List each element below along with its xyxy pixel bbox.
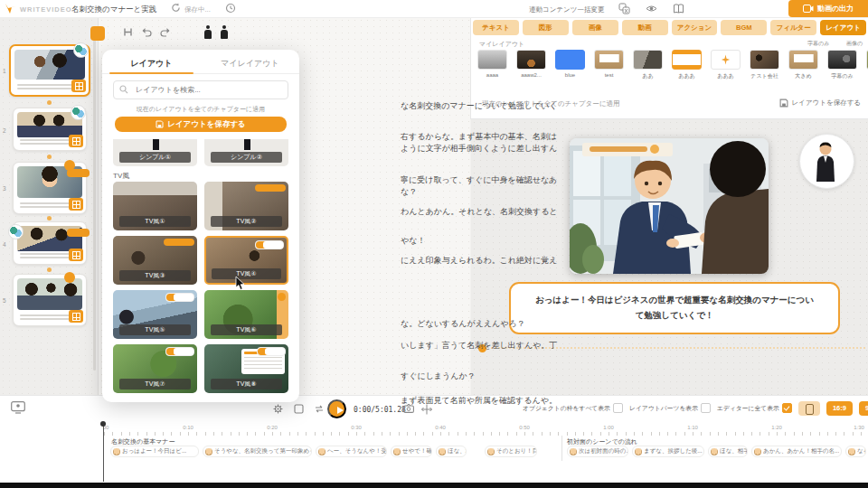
guide-book-icon[interactable]: [673, 3, 684, 14]
undo-icon[interactable]: [141, 27, 152, 37]
subtitle-segment[interactable]: へー、そうなんや！受け取るときも両...: [316, 446, 387, 457]
scene-thumbnail[interactable]: [13, 221, 87, 265]
layout-thumbnail-tv[interactable]: TV風⑥: [204, 290, 288, 339]
scene-thumbnail[interactable]: [13, 162, 87, 214]
subtitle-segment[interactable]: あかん、あかん！相手の名...: [751, 446, 842, 457]
frame-icon[interactable]: [294, 404, 305, 415]
checkbox[interactable]: [613, 403, 623, 413]
subtitle-segment[interactable]: ほな、相手...: [708, 446, 748, 457]
portrait-preview-button[interactable]: [798, 401, 820, 416]
project-title[interactable]: 名刺交換のマナーと実践: [71, 5, 156, 15]
subtitle-segment[interactable]: そのとおり！目見て笑...: [485, 446, 537, 457]
scene-thumbnail[interactable]: [13, 274, 87, 326]
scene-thumbnail[interactable]: [9, 44, 90, 97]
asset-tab[interactable]: アクション: [672, 20, 718, 35]
subtitle-segment[interactable]: おっはよー！今日はビ...: [110, 446, 199, 457]
layout-thumbnail-tv[interactable]: TV風④: [204, 236, 288, 285]
scene-card[interactable]: 4: [0, 221, 98, 265]
my-layout-thumbnail[interactable]: テスト会社: [750, 50, 779, 80]
scene-layout-button[interactable]: [69, 198, 83, 211]
visibility-icon[interactable]: [646, 3, 657, 14]
video-preview[interactable]: [570, 138, 769, 274]
layout-thumbnail-simple[interactable]: シンプル②: [204, 139, 288, 166]
asset-tab[interactable]: テキスト: [473, 20, 519, 35]
asset-tab[interactable]: フィルター: [770, 20, 816, 35]
script-line[interactable]: 寧に受け取って、すぐに中身を確認せなあ: [401, 174, 557, 186]
subtitle-box[interactable]: おっはよー！今日はビジネスの世界で超重要な名刺交換のマナーについて勉強していくで…: [509, 282, 840, 334]
layout-thumbnail-tv[interactable]: TV風⑤: [113, 290, 197, 339]
my-layout-thumbnail[interactable]: ああ: [633, 50, 663, 80]
scene-layout-button[interactable]: [71, 80, 86, 92]
add-scene-dot[interactable]: [47, 216, 52, 221]
scene-card[interactable]: 1: [0, 44, 98, 97]
layout-thumbnail-tv[interactable]: TV風⑦: [113, 344, 197, 393]
aspect-ratio-button[interactable]: 16:9: [826, 401, 853, 416]
my-layout-thumbnail[interactable]: test: [594, 50, 624, 80]
script-line[interactable]: いします」言うて名刺を差し出すんや。丁: [401, 340, 557, 352]
scene-thumbnail[interactable]: [13, 108, 87, 151]
playhead[interactable]: [103, 424, 104, 482]
my-layout-thumbnail[interactable]: aaaa: [477, 50, 507, 80]
script-line[interactable]: な？: [401, 186, 417, 198]
my-layout-thumbnail[interactable]: aaaw2...: [516, 50, 546, 80]
display-toggle-icon[interactable]: [11, 401, 22, 412]
timeline-ruler[interactable]: [104, 432, 864, 436]
checkbox[interactable]: [782, 403, 792, 413]
script-line[interactable]: すぐにしまうんか？: [401, 371, 476, 382]
my-layout-thumbnail[interactable]: あああ: [672, 50, 702, 80]
sidebar-scrollbar[interactable]: [93, 27, 96, 371]
subtitle-segment[interactable]: まずな、挨拶した後...: [632, 446, 704, 457]
subtitle-segment[interactable]: なる...: [845, 446, 866, 457]
settings-gear-icon[interactable]: [273, 404, 284, 415]
add-button[interactable]: [90, 26, 105, 41]
script-line[interactable]: まず表面見て名前や所属を確認するんや。: [401, 395, 557, 407]
heading-tool-icon[interactable]: [123, 27, 133, 37]
my-layout-thumbnail[interactable]: あああ: [711, 50, 741, 80]
script-line[interactable]: やな！: [401, 235, 425, 247]
scene-layout-button[interactable]: [69, 135, 83, 147]
asset-tab[interactable]: 図形: [523, 20, 569, 35]
apply-all-chapters-label[interactable]: 現在のレイアウトを全てのチャプターに適用: [102, 105, 299, 114]
script-line[interactable]: わんとあかん。それとな、名刺交換すると: [401, 206, 558, 218]
asset-tab[interactable]: 画像: [572, 20, 618, 35]
subtitle-segment[interactable]: ほな、相...: [436, 446, 467, 457]
display-toggle[interactable]: エディターに全て表示: [717, 403, 792, 413]
checkbox[interactable]: [701, 403, 711, 413]
subtitle-segment[interactable]: せやで！確認したらちゃ...: [391, 446, 432, 457]
bulk-change-label[interactable]: 連動コンテンツ一括変更: [529, 5, 604, 14]
history-icon[interactable]: [225, 3, 237, 14]
presenter-avatar[interactable]: [799, 134, 854, 189]
subtitle-segment[interactable]: そうやな、名刺交換って第一印象めっ...: [203, 446, 312, 457]
display-toggle[interactable]: レイアウトパーツを表示: [629, 403, 711, 413]
my-layout-thumbnail[interactable]: 大きめ: [788, 50, 818, 80]
scene-layout-button[interactable]: [69, 310, 83, 323]
character-2-icon[interactable]: [220, 25, 228, 39]
script-line[interactable]: ように文字が相手側向くように差し出すん: [401, 143, 557, 155]
export-video-button[interactable]: 動画の出力: [788, 0, 868, 17]
layout-search[interactable]: [113, 80, 288, 99]
layout-thumbnail-tv[interactable]: TV風③: [113, 236, 197, 285]
layout-thumbnail-tv[interactable]: TV風⑧: [204, 344, 288, 393]
scene-card[interactable]: 5: [0, 274, 98, 326]
scene-card[interactable]: 3: [0, 162, 98, 214]
layout-search-input[interactable]: [134, 82, 282, 98]
save-layout-button[interactable]: レイアウトを保存する: [115, 117, 287, 132]
add-scene-dot[interactable]: [47, 155, 52, 159]
my-layout-thumbnail[interactable]: 字幕のみ: [827, 50, 857, 80]
script-line[interactable]: な。どないするんがええんやろ？: [401, 318, 525, 330]
translate-icon[interactable]: [618, 3, 630, 14]
layout-panel-tab[interactable]: マイレイアウト: [201, 50, 299, 73]
play-button[interactable]: [327, 399, 346, 418]
scene-layout-button[interactable]: [69, 249, 83, 261]
redo-icon[interactable]: [160, 27, 171, 37]
layout-panel-tab[interactable]: レイアウト: [102, 50, 201, 73]
add-scene-dot[interactable]: [47, 100, 52, 105]
save-layout-link[interactable]: レイアウトを保存する: [779, 99, 861, 108]
asset-tab[interactable]: 動画: [622, 20, 668, 35]
script-line[interactable]: 右するからな。まず基本中の基本、名刺は: [401, 131, 557, 143]
layout-thumbnail-tv[interactable]: TV風①: [113, 182, 197, 230]
loop-icon[interactable]: [314, 404, 325, 415]
layout-thumbnail-tv[interactable]: TV風②: [204, 182, 288, 230]
subtitle-segment[interactable]: 次は初対面の時の...: [567, 446, 628, 457]
character-1-icon[interactable]: [203, 25, 212, 39]
